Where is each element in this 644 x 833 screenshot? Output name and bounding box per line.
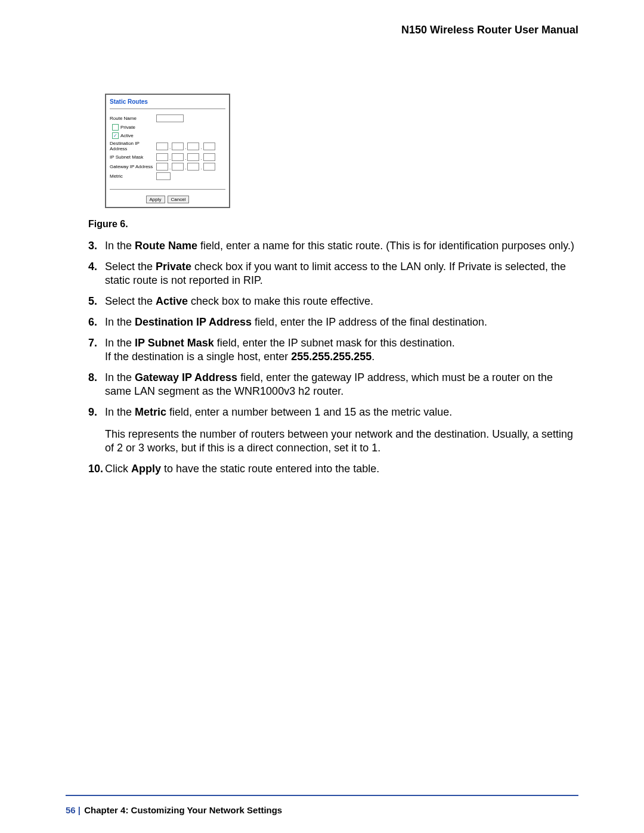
list-item: 3.In the Route Name field, enter a name … <box>88 239 578 253</box>
footer-sep: | <box>76 805 83 815</box>
static-routes-panel: Static Routes Route Name Private ✓ Activ… <box>105 94 230 208</box>
dest-ip-label: Destination IP Address <box>110 141 156 151</box>
step-body: Select the Active check box to make this… <box>105 295 578 308</box>
step-body: In the Metric field, enter a number betw… <box>105 405 578 455</box>
step-body: In the Destination IP Address field, ent… <box>105 315 578 329</box>
page-number: 56 <box>66 805 76 815</box>
gateway-label: Gateway IP Address <box>110 164 156 169</box>
route-name-input[interactable] <box>156 114 184 122</box>
step-body: In the Route Name field, enter a name fo… <box>105 239 578 253</box>
list-item: 8.In the Gateway IP Address field, enter… <box>88 371 578 398</box>
step-number: 8. <box>88 371 105 398</box>
step-body: Select the Private check box if you want… <box>105 260 578 287</box>
step-number: 4. <box>88 260 105 287</box>
panel-title: Static Routes <box>106 95 229 106</box>
instruction-list: 3.In the Route Name field, enter a name … <box>66 239 578 476</box>
doc-header: N150 Wireless Router User Manual <box>66 24 578 36</box>
figure-caption: Figure 6. <box>88 219 578 230</box>
list-item: 4.Select the Private check box if you wa… <box>88 260 578 287</box>
route-name-label: Route Name <box>110 116 156 121</box>
metric-input[interactable] <box>156 172 171 180</box>
step-number: 3. <box>88 239 105 253</box>
private-label: Private <box>120 125 135 130</box>
step-body: In the Gateway IP Address field, enter t… <box>105 371 578 398</box>
list-item: 7.In the IP Subnet Mask field, enter the… <box>88 336 578 364</box>
subnet-input[interactable]: ... <box>156 153 215 161</box>
subnet-label: IP Subnet Mask <box>110 154 156 160</box>
gateway-input[interactable]: ... <box>156 163 215 171</box>
step-number: 6. <box>88 315 105 329</box>
list-item: 6.In the Destination IP Address field, e… <box>88 315 578 329</box>
page-footer: 56 | Chapter 4: Customizing Your Network… <box>66 805 282 815</box>
active-label: Active <box>120 133 134 138</box>
private-checkbox[interactable] <box>112 124 119 131</box>
dest-ip-input[interactable]: ... <box>156 143 215 150</box>
list-item: 9.In the Metric field, enter a number be… <box>88 405 578 455</box>
list-item: 10.Click Apply to have the static route … <box>88 462 578 476</box>
step-number: 10. <box>88 462 105 476</box>
divider <box>110 189 225 190</box>
footer-rule <box>66 795 578 796</box>
step-extra: This represents the number of routers be… <box>105 428 578 455</box>
apply-button[interactable]: Apply <box>146 196 165 203</box>
divider <box>110 109 225 109</box>
step-number: 7. <box>88 336 105 364</box>
metric-label: Metric <box>110 174 156 179</box>
step-body: In the IP Subnet Mask field, enter the I… <box>105 336 578 364</box>
chapter-title: Chapter 4: Customizing Your Network Sett… <box>84 805 282 815</box>
step-body: Click Apply to have the static route ent… <box>105 462 578 476</box>
list-item: 5.Select the Active check box to make th… <box>88 295 578 308</box>
step-number: 9. <box>88 405 105 455</box>
step-number: 5. <box>88 295 105 308</box>
active-checkbox[interactable]: ✓ <box>112 132 119 139</box>
cancel-button[interactable]: Cancel <box>168 196 190 203</box>
